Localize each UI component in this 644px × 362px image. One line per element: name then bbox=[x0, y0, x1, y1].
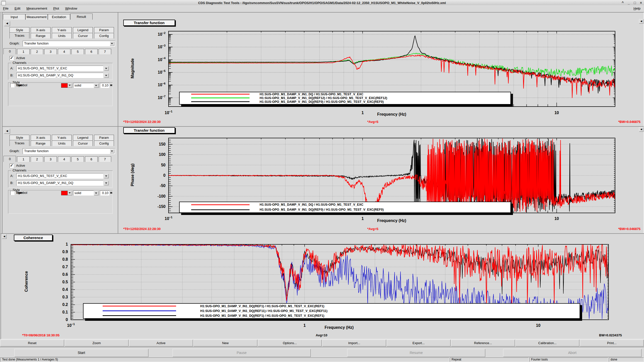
subtab[interactable]: Legend bbox=[73, 135, 93, 140]
channel-a-select[interactable]: H1:SUS-OPO_M1_TEST_V_EXC bbox=[16, 66, 103, 71]
subtab[interactable]: Traces bbox=[10, 32, 29, 38]
toolbar-button[interactable]: New bbox=[193, 340, 257, 346]
toolbar-button[interactable]: Reference... bbox=[451, 340, 515, 346]
active-checkbox[interactable] bbox=[10, 56, 14, 60]
trace-tab[interactable]: 6 bbox=[85, 156, 98, 162]
trace-tab[interactable]: 0 bbox=[4, 156, 16, 162]
toolbar-button[interactable]: Active bbox=[129, 340, 193, 346]
collapse-left-icon[interactable]: ◀ bbox=[4, 129, 10, 134]
shade-icon[interactable]: ^ bbox=[622, 0, 624, 6]
color-swatch[interactable] bbox=[61, 83, 68, 88]
subtab[interactable]: Cursor bbox=[73, 33, 93, 38]
menu-item[interactable]: Window bbox=[62, 6, 80, 10]
menu-item[interactable]: Plot bbox=[50, 6, 62, 10]
minimize-icon[interactable]: _ bbox=[628, 0, 630, 6]
main-tab[interactable]: Measurement bbox=[25, 14, 48, 20]
subtab[interactable]: Y-axis bbox=[52, 135, 72, 140]
color-swatch[interactable] bbox=[61, 191, 68, 195]
trace-tab[interactable]: 5 bbox=[71, 49, 84, 54]
subtab[interactable]: Range bbox=[31, 33, 51, 38]
legend-line-sample bbox=[191, 204, 250, 205]
subtab[interactable]: Y-axis bbox=[52, 27, 72, 33]
toolbar-button[interactable]: Calibration... bbox=[515, 340, 579, 346]
subtab[interactable]: X-axis bbox=[31, 135, 51, 140]
spinner-arrows-icon[interactable] bbox=[110, 191, 113, 195]
subtab[interactable]: Param bbox=[94, 135, 114, 140]
transport-button[interactable]: Pause bbox=[173, 349, 311, 357]
trace-tab[interactable]: 7 bbox=[99, 156, 111, 162]
subtab[interactable]: Config bbox=[94, 33, 114, 38]
channel-a-select[interactable]: H1:SUS-OPO_M1_TEST_V_EXC bbox=[16, 173, 103, 179]
trace-tab[interactable]: 5 bbox=[71, 156, 84, 162]
width-spinner[interactable]: 0.10 bbox=[100, 83, 109, 88]
close-icon[interactable]: × bbox=[640, 0, 642, 6]
collapse-left-icon[interactable]: ◀ bbox=[2, 234, 7, 239]
toolbar-button[interactable]: Print... bbox=[580, 340, 644, 346]
subtab[interactable]: X-axis bbox=[31, 27, 51, 33]
line-style-select[interactable]: solid bbox=[73, 83, 94, 88]
main-tab[interactable]: Input bbox=[3, 14, 25, 20]
menu-item[interactable]: File bbox=[0, 6, 12, 10]
subtab[interactable]: Legend bbox=[73, 27, 93, 33]
menu-item-help[interactable]: Help bbox=[633, 7, 640, 10]
dropdown-arrow-icon[interactable] bbox=[68, 83, 72, 88]
toolbar-button[interactable]: Options... bbox=[258, 340, 322, 346]
collapse-left-icon[interactable]: ◀ bbox=[639, 19, 643, 24]
maximize-icon[interactable]: □ bbox=[634, 0, 636, 6]
channel-b-select[interactable]: H1:SUS-OPO_M1_DAMP_V_IN1_DQ bbox=[16, 180, 103, 186]
dropdown-arrow-icon[interactable] bbox=[104, 66, 109, 71]
graph-select[interactable]: Transfer function bbox=[23, 148, 115, 154]
trace-tab[interactable]: 7 bbox=[99, 49, 111, 54]
dropdown-arrow-icon[interactable] bbox=[68, 191, 72, 195]
transport-button[interactable]: Start bbox=[14, 349, 148, 357]
active-checkbox[interactable] bbox=[10, 164, 14, 168]
style-checkbox[interactable] bbox=[10, 191, 15, 195]
transport-button[interactable]: Resume bbox=[347, 349, 485, 357]
subtab[interactable]: Units bbox=[52, 33, 72, 38]
toolbar-button[interactable]: Import... bbox=[322, 340, 386, 346]
trace-tab[interactable]: 1 bbox=[17, 49, 30, 54]
dropdown-arrow-icon[interactable] bbox=[110, 41, 114, 46]
trace-tab[interactable]: 2 bbox=[31, 156, 43, 162]
trace-tab[interactable]: 3 bbox=[44, 156, 57, 162]
trace-tab[interactable]: 6 bbox=[85, 49, 98, 54]
trace-tab[interactable]: 0 bbox=[4, 48, 16, 54]
dropdown-arrow-icon[interactable] bbox=[110, 149, 114, 153]
toolbar-button[interactable]: Export... bbox=[387, 340, 451, 346]
trace-tab[interactable]: 2 bbox=[31, 49, 43, 54]
collapse-left-icon[interactable]: ◀ bbox=[4, 21, 10, 26]
style-checkbox[interactable] bbox=[10, 83, 15, 87]
main-tab[interactable]: Result bbox=[70, 14, 93, 20]
dropdown-arrow-icon[interactable] bbox=[104, 181, 109, 185]
subtab[interactable]: Range bbox=[31, 141, 51, 146]
subtab[interactable]: Units bbox=[52, 141, 72, 146]
subtab[interactable]: Param bbox=[94, 27, 114, 33]
trace-tab[interactable]: 4 bbox=[58, 49, 70, 54]
dropdown-arrow-icon[interactable] bbox=[104, 174, 109, 178]
transport-button[interactable]: Abort bbox=[503, 349, 641, 357]
trace-tab[interactable]: 1 bbox=[17, 156, 30, 162]
width-spinner[interactable]: 0.10 bbox=[100, 191, 109, 196]
toolbar-button[interactable]: Reset bbox=[0, 340, 64, 346]
subtab[interactable]: Config bbox=[94, 141, 114, 146]
trace-tab[interactable]: 3 bbox=[44, 49, 57, 54]
main-tab[interactable]: Excitation bbox=[48, 14, 70, 20]
spinner-arrows-icon[interactable] bbox=[110, 83, 113, 87]
subtab[interactable]: Traces bbox=[10, 140, 29, 146]
line-style-select[interactable]: solid bbox=[73, 191, 94, 196]
subtab[interactable]: Style bbox=[10, 27, 29, 33]
toolbar-button[interactable]: Zoom bbox=[65, 340, 129, 346]
dropdown-arrow-icon[interactable] bbox=[94, 191, 99, 195]
channel-b-select[interactable]: H1:SUS-OPO_M1_DAMP_V_IN1_DQ bbox=[16, 73, 103, 78]
dropdown-arrow-icon[interactable] bbox=[94, 83, 99, 88]
avg-stamp: *Avg=5 bbox=[367, 227, 378, 231]
trace-tab[interactable]: 4 bbox=[58, 156, 70, 162]
subtab[interactable]: Cursor bbox=[73, 141, 93, 146]
graph-select[interactable]: Transfer function bbox=[23, 41, 115, 47]
collapse-left-icon[interactable]: ◀ bbox=[639, 127, 643, 132]
svg-text:10: 10 bbox=[554, 216, 559, 221]
menu-item[interactable]: Edit bbox=[12, 6, 23, 10]
menu-item[interactable]: Measurement bbox=[23, 6, 50, 10]
dropdown-arrow-icon[interactable] bbox=[104, 73, 109, 78]
subtab[interactable]: Style bbox=[10, 135, 29, 140]
